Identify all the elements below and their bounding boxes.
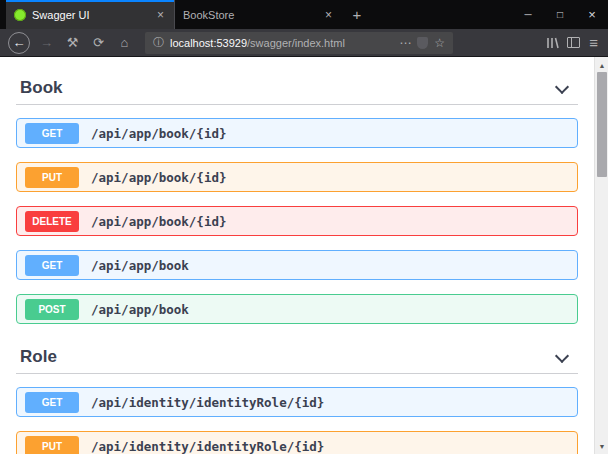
endpoint-row-put[interactable]: PUT/api/app/book/{id} bbox=[16, 162, 578, 192]
tab-label: Swagger UI bbox=[32, 9, 149, 21]
tab-close-icon[interactable]: × bbox=[323, 8, 334, 22]
vertical-scrollbar[interactable]: ▲ ▼ bbox=[594, 57, 608, 454]
minimize-button[interactable]: ─ bbox=[512, 0, 544, 29]
home-icon[interactable]: ⌂ bbox=[115, 35, 134, 50]
tab-bookstore[interactable]: BookStore × bbox=[174, 0, 342, 29]
navbar: ← → ⚒ ⟳ ⌂ ⓘ localhost:53929/swagger/inde… bbox=[0, 29, 608, 57]
api-section: RoleGET/api/identity/identityRole/{id}PU… bbox=[16, 340, 578, 454]
endpoint-path: /api/app/book bbox=[91, 258, 189, 273]
endpoint-row-post[interactable]: POST/api/app/book bbox=[16, 294, 578, 324]
method-badge: GET bbox=[25, 392, 79, 413]
browser-window: Swagger UI × BookStore × + ─ □ × ← → ⚒ ⟳… bbox=[0, 0, 608, 454]
new-tab-button[interactable]: + bbox=[342, 0, 372, 29]
tab-swagger-ui[interactable]: Swagger UI × bbox=[6, 0, 174, 29]
method-badge: PUT bbox=[25, 436, 79, 454]
address-bar[interactable]: ⓘ localhost:53929/swagger/index.html ⋯ ☆ bbox=[145, 32, 453, 54]
method-badge: DELETE bbox=[25, 211, 79, 232]
endpoint-path: /api/identity/identityRole/{id} bbox=[91, 395, 324, 410]
section-title: Book bbox=[20, 77, 63, 98]
forward-icon[interactable]: → bbox=[37, 35, 56, 50]
page-actions-icon[interactable]: ⋯ bbox=[399, 36, 411, 50]
swagger-favicon-icon bbox=[14, 9, 26, 21]
method-badge: PUT bbox=[25, 167, 79, 188]
scroll-up-icon[interactable]: ▲ bbox=[595, 58, 608, 72]
chevron-down-icon[interactable] bbox=[554, 80, 570, 96]
method-badge: GET bbox=[25, 255, 79, 276]
scrollbar-thumb[interactable] bbox=[597, 72, 607, 177]
url-text: localhost:53929/swagger/index.html bbox=[170, 37, 393, 49]
section-title: Role bbox=[20, 346, 57, 367]
wrench-icon[interactable]: ⚒ bbox=[63, 35, 82, 50]
shield-icon[interactable] bbox=[417, 37, 428, 49]
bookmark-star-icon[interactable]: ☆ bbox=[434, 36, 445, 50]
endpoint-path: /api/identity/identityRole/{id} bbox=[91, 439, 324, 454]
chevron-down-icon[interactable] bbox=[554, 349, 570, 365]
endpoint-row-get[interactable]: GET/api/identity/identityRole/{id} bbox=[16, 387, 578, 417]
titlebar: Swagger UI × BookStore × + ─ □ × bbox=[0, 0, 608, 29]
maximize-button[interactable]: □ bbox=[544, 0, 576, 29]
page-content: BookGET/api/app/book/{id}PUT/api/app/boo… bbox=[0, 57, 608, 454]
scroll-down-icon[interactable]: ▼ bbox=[595, 439, 608, 453]
tab-label: BookStore bbox=[183, 9, 317, 21]
method-badge: POST bbox=[25, 299, 79, 320]
section-header-book[interactable]: Book bbox=[16, 71, 578, 105]
close-button[interactable]: × bbox=[576, 0, 608, 29]
sidebar-icon[interactable] bbox=[567, 37, 580, 48]
back-icon[interactable]: ← bbox=[8, 32, 30, 54]
endpoint-path: /api/app/book/{id} bbox=[91, 126, 226, 141]
endpoint-row-delete[interactable]: DELETE/api/app/book/{id} bbox=[16, 206, 578, 236]
endpoint-row-put[interactable]: PUT/api/identity/identityRole/{id} bbox=[16, 431, 578, 454]
library-icon[interactable] bbox=[546, 37, 560, 49]
endpoint-path: /api/app/book/{id} bbox=[91, 170, 226, 185]
endpoint-path: /api/app/book/{id} bbox=[91, 214, 226, 229]
window-controls: ─ □ × bbox=[512, 0, 608, 29]
endpoint-path: /api/app/book bbox=[91, 302, 189, 317]
method-badge: GET bbox=[25, 123, 79, 144]
swagger-api-list: BookGET/api/app/book/{id}PUT/api/app/boo… bbox=[0, 57, 608, 454]
tab-close-icon[interactable]: × bbox=[155, 8, 166, 22]
section-header-role[interactable]: Role bbox=[16, 340, 578, 374]
endpoint-row-get[interactable]: GET/api/app/book bbox=[16, 250, 578, 280]
site-info-icon[interactable]: ⓘ bbox=[153, 35, 164, 50]
endpoint-row-get[interactable]: GET/api/app/book/{id} bbox=[16, 118, 578, 148]
menu-icon[interactable]: ≡ bbox=[587, 34, 600, 51]
url-host: localhost:53929 bbox=[170, 37, 247, 49]
url-path: /swagger/index.html bbox=[247, 37, 345, 49]
api-section: BookGET/api/app/book/{id}PUT/api/app/boo… bbox=[16, 71, 578, 324]
reload-icon[interactable]: ⟳ bbox=[89, 35, 108, 50]
